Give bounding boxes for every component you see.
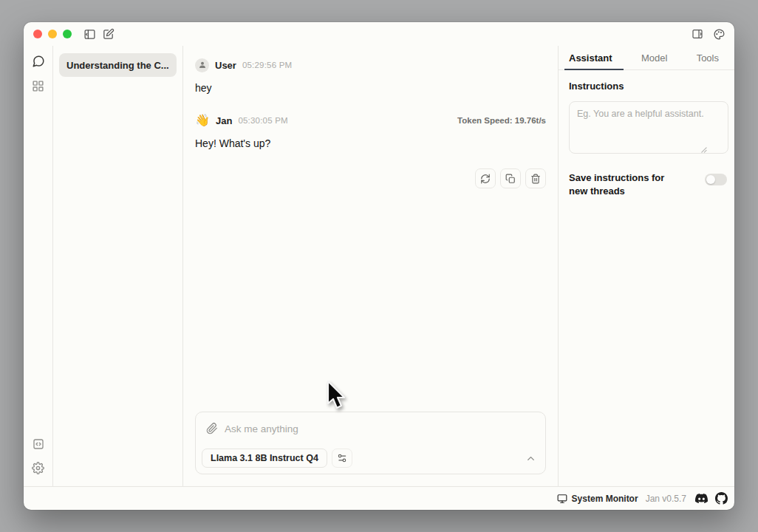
zoom-window-button[interactable]	[63, 30, 72, 38]
window-controls	[33, 30, 72, 38]
model-selector-button[interactable]: Llama 3.1 8B Instruct Q4	[202, 449, 327, 468]
message-list: User 05:29:56 PM hey 👋 Jan 05:30:05 PM T…	[183, 46, 558, 412]
theme-palette-icon[interactable]	[713, 28, 725, 41]
assistant-settings-panel: Assistant Model Tools Instructions Save …	[558, 46, 734, 486]
minimize-window-button[interactable]	[48, 30, 57, 38]
system-monitor-button[interactable]: System Monitor	[557, 494, 638, 504]
toggle-left-panel-icon[interactable]	[83, 28, 96, 41]
jan-wave-avatar-icon: 👋	[195, 115, 210, 126]
save-instructions-row: Save instructions for new threads	[569, 171, 727, 198]
thread-list-item[interactable]: Understanding the C...	[59, 53, 177, 77]
chat-input-box[interactable]: Ask me anything Llama 3.1 8B Instruct Q4	[195, 412, 546, 474]
discord-icon[interactable]	[695, 492, 708, 505]
hub-nav-icon[interactable]	[32, 80, 44, 92]
monitor-icon	[557, 494, 567, 504]
message-timestamp: 05:30:05 PM	[238, 116, 287, 125]
model-settings-icon[interactable]	[332, 449, 352, 468]
instructions-textarea[interactable]	[569, 101, 728, 154]
attach-file-icon[interactable]	[206, 423, 218, 434]
instructions-label: Instructions	[569, 81, 727, 92]
assistant-message: 👋 Jan 05:30:05 PM Token Speed: 19.76t/s …	[195, 113, 546, 188]
thread-title: Understanding the C...	[66, 60, 169, 71]
chat-input-area: Ask me anything Llama 3.1 8B Instruct Q4	[183, 412, 558, 486]
title-bar	[24, 22, 734, 46]
user-avatar-icon	[195, 58, 209, 72]
toggle-right-panel-icon[interactable]	[692, 28, 703, 40]
copy-icon[interactable]	[500, 168, 521, 188]
message-text: hey	[195, 82, 546, 94]
thread-list-sidebar: Understanding the C...	[53, 46, 183, 486]
chevron-up-icon[interactable]	[525, 453, 536, 464]
tab-model[interactable]: Model	[641, 46, 668, 69]
token-speed-label: Token Speed: 19.76t/s	[457, 116, 546, 125]
new-thread-icon[interactable]	[102, 28, 115, 41]
chat-panel: User 05:29:56 PM hey 👋 Jan 05:30:05 PM T…	[183, 46, 558, 486]
settings-gear-icon[interactable]	[32, 462, 44, 474]
local-api-server-icon[interactable]	[33, 438, 44, 450]
save-instructions-label: Save instructions for new threads	[569, 171, 686, 198]
delete-message-icon[interactable]	[525, 168, 546, 188]
left-icon-rail	[24, 46, 53, 486]
jan-app-window: Understanding the C... User 05:29:56 PM …	[24, 22, 734, 510]
right-panel-tabs: Assistant Model Tools	[559, 46, 734, 70]
message-actions	[195, 168, 546, 188]
message-author: Jan	[216, 115, 232, 126]
save-instructions-toggle[interactable]	[705, 174, 727, 185]
tab-assistant[interactable]: Assistant	[568, 46, 613, 69]
chat-input-placeholder[interactable]: Ask me anything	[225, 423, 298, 434]
close-window-button[interactable]	[33, 30, 42, 38]
app-version-label: Jan v0.5.7	[646, 494, 686, 504]
status-bar: System Monitor Jan v0.5.7	[24, 486, 734, 510]
regenerate-icon[interactable]	[475, 168, 496, 188]
message-text: Hey! What's up?	[195, 137, 546, 149]
github-icon[interactable]	[715, 492, 728, 505]
system-monitor-label: System Monitor	[572, 494, 638, 504]
threads-nav-icon[interactable]	[32, 55, 45, 68]
message-author: User	[215, 60, 236, 71]
message-timestamp: 05:29:56 PM	[242, 61, 292, 69]
tab-tools[interactable]: Tools	[696, 46, 720, 69]
user-message: User 05:29:56 PM hey	[195, 58, 546, 94]
